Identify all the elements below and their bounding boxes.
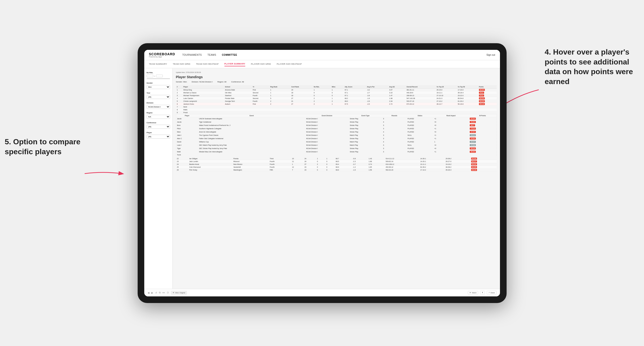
points-cell[interactable]: 60.95 xyxy=(470,166,497,169)
sidebar-conference-select[interactable]: (All) xyxy=(147,125,170,129)
toolbar-nav-back[interactable]: ◀ xyxy=(148,291,150,294)
table-row[interactable]: 9Presti xyxy=(176,111,497,114)
sub-nav-team-h2h-heatmap[interactable]: TEAM H2H HEATMAP xyxy=(196,62,219,66)
table-row[interactable]: 7Nichi xyxy=(176,105,497,108)
points-cell[interactable] xyxy=(478,108,497,111)
table-row[interactable]: 25Cole SherwoodVanderbiltFourth12230068.… xyxy=(176,166,497,169)
arrow-left xyxy=(80,164,127,183)
table-row[interactable]: 5Christo LamprechtGeorgia TechFourth2212… xyxy=(176,100,497,103)
view-label: View: Original xyxy=(175,292,185,294)
no-rds-min-input[interactable] xyxy=(147,75,153,77)
bottom-toolbar: ◀ ▶ ↺ ⧉ ••• ⏱ 👁 View: Original 👁 Watch ⬇… xyxy=(144,289,500,296)
tt-col-status: Status xyxy=(406,114,433,117)
table-row[interactable]: 1Wenyi DingArizona StateFirst1151167.1-3… xyxy=(176,88,497,91)
tooltip-row: PitchSouthern Highlands CollegiateNCAA D… xyxy=(176,127,496,130)
col-avg-to-par: Avg to Par xyxy=(366,85,388,89)
sidebar-gender-label: Gender xyxy=(147,82,170,84)
table-header-row: # Player School Yr Reg Rank Conf Rank No… xyxy=(176,85,497,89)
sub-nav-player-h2h-heatmap[interactable]: PLAYER H2H HEATMAP xyxy=(277,62,302,66)
view-original-button[interactable]: 👁 View: Original xyxy=(171,291,187,295)
points-cell[interactable]: 60.27 xyxy=(470,160,497,163)
sidebar-player-section: Player (All) xyxy=(147,132,170,139)
tablet-frame: SCOREBOARD Powered by clippi TOURNAMENTS… xyxy=(138,43,506,303)
points-cell[interactable] xyxy=(478,111,497,114)
main-content: No Rds. – Gender Men Year xyxy=(144,68,500,289)
annotation-right-text: 4. Hover over a player's points to see a… xyxy=(545,48,633,86)
toolbar-nav-fwd[interactable]: ▶ xyxy=(151,291,153,294)
toolbar-dots[interactable]: ••• xyxy=(162,291,165,294)
col-num: # xyxy=(176,85,182,89)
points-cell[interactable]: 60.68 xyxy=(470,157,497,160)
table-row[interactable]: 22Ian GilliganFloridaThird10241168.7-0.8… xyxy=(176,157,497,160)
col-vs-top50: Vs Top 50 xyxy=(457,85,478,89)
sidebar-conference-label: Conference xyxy=(147,122,170,124)
filter-region: Region: All xyxy=(217,81,226,83)
col-conf-rank: Conf Rank xyxy=(290,85,313,89)
toolbar-copy[interactable]: ⧉ xyxy=(159,291,160,294)
no-rds-max-input[interactable] xyxy=(156,75,163,77)
tooltip-row: MattiMirabel Maui Jim IntercollegiateNCA… xyxy=(176,150,496,153)
points-cell[interactable]: 70.2 xyxy=(478,91,497,94)
tooltip-row: JacobUNCW Seahawk IntercollegiateNCAA Di… xyxy=(176,117,496,120)
download-button[interactable]: ⬇ xyxy=(480,291,485,295)
sidebar-gender-select[interactable]: Men xyxy=(147,85,170,89)
toolbar-refresh[interactable]: ↺ xyxy=(155,291,157,294)
tt-col-type: Event Type xyxy=(349,114,382,117)
points-cell[interactable]: 60.09 xyxy=(478,100,497,103)
nav-teams[interactable]: TEAMS xyxy=(208,53,216,57)
section-title: Player Standings xyxy=(176,75,497,79)
sidebar-region-section: Region N/A xyxy=(147,112,170,119)
nav-items: TOURNAMENTS TEAMS COMMITTEE xyxy=(182,53,486,57)
sign-out-button[interactable]: Sign out xyxy=(486,54,495,56)
points-cell[interactable]: 56.49 xyxy=(470,169,497,171)
tablet-screen: SCOREBOARD Powered by clippi TOURNAMENTS… xyxy=(144,50,500,296)
tooltip-row: JacobTiger InvitationalNCAA Division ISt… xyxy=(176,120,496,124)
table-row[interactable]: 2Michael La SassoOle MissSecond1180067.1… xyxy=(176,91,497,94)
sidebar: No Rds. – Gender Men Year xyxy=(144,68,173,289)
sidebar-player-select[interactable]: (All) xyxy=(147,135,170,139)
annotation-right: 4. Hover over a player's points to see a… xyxy=(545,47,639,86)
nav-committee[interactable]: COMMITTEE xyxy=(222,53,237,57)
table-row[interactable]: 24Bastien AmatNew MexicoFourth1272069.4-… xyxy=(176,163,497,166)
sidebar-region-label: Region xyxy=(147,112,170,114)
points-cell[interactable]: 70.2 xyxy=(478,94,497,97)
sidebar-division-select[interactable]: NCAA Division I xyxy=(147,105,170,109)
col-yr: Yr xyxy=(252,85,269,89)
points-cell[interactable]: 60.02 xyxy=(470,163,497,166)
toolbar-clock[interactable]: ⏱ xyxy=(167,291,169,294)
sidebar-year-section: Year (All) xyxy=(147,92,170,99)
sub-nav-player-h2h-grid[interactable]: PLAYER H2H GRID xyxy=(251,62,271,66)
col-points: Points xyxy=(478,85,497,89)
watch-button[interactable]: 👁 Watch xyxy=(468,291,478,295)
no-rds-slider[interactable] xyxy=(147,78,170,79)
points-cell[interactable]: 60.64 xyxy=(478,88,497,91)
table-row[interactable]: 8Matts xyxy=(176,108,497,111)
sub-nav-team-h2h-grid[interactable]: TEAM H2H GRID xyxy=(173,62,190,66)
sidebar-division-section: Division NCAA Division I xyxy=(147,102,170,109)
sidebar-year-select[interactable]: (All) xyxy=(147,95,170,99)
update-time: Update time: 27/01/2024 16:56:26 xyxy=(176,72,497,73)
points-cell[interactable] xyxy=(478,105,497,108)
watch-icon: 👁 xyxy=(470,292,471,294)
sidebar-no-rds-label: No Rds. xyxy=(147,72,170,74)
table-row[interactable]: 26Petr HrubyWashingtonFifth7230068.6-1.6… xyxy=(176,169,497,171)
col-avg-sg: Avg SG xyxy=(388,85,406,89)
points-cell[interactable]: 60.54 xyxy=(478,97,497,100)
sub-nav-player-summary[interactable]: PLAYER SUMMARY xyxy=(224,62,246,66)
share-button[interactable]: ↗ Share xyxy=(487,291,497,295)
filter-gender: Gender: Men xyxy=(176,81,187,83)
table-row[interactable]: 23Jack LundinMissouriFourth11240068.5-2.… xyxy=(176,160,497,163)
table-row[interactable]: 3Michael ThorbjornsenStanfordFourth11800… xyxy=(176,94,497,97)
tooltip-row: DavidWilliams CupNCAA Division IMatch Pl… xyxy=(176,140,496,143)
points-cell[interactable]: 56.18 xyxy=(478,103,497,105)
col-school: School xyxy=(224,85,252,89)
sub-nav-team-summary[interactable]: TEAM SUMMARY xyxy=(149,62,167,66)
table-row[interactable]: 6Jackson KoivuAuburnFirst2272167.5-2.02.… xyxy=(176,103,497,105)
tt-col-rounds: Rounds xyxy=(382,114,407,117)
nav-tournaments[interactable]: TOURNAMENTS xyxy=(182,53,202,57)
share-label: Share xyxy=(490,292,495,294)
tt-col-event: Event xyxy=(198,114,305,117)
tt-col-w-points: W Points xyxy=(469,114,496,117)
sidebar-region-select[interactable]: N/A xyxy=(147,115,170,119)
table-row[interactable]: 4Luke ClantonFlorida StateSecond5272168.… xyxy=(176,97,497,100)
